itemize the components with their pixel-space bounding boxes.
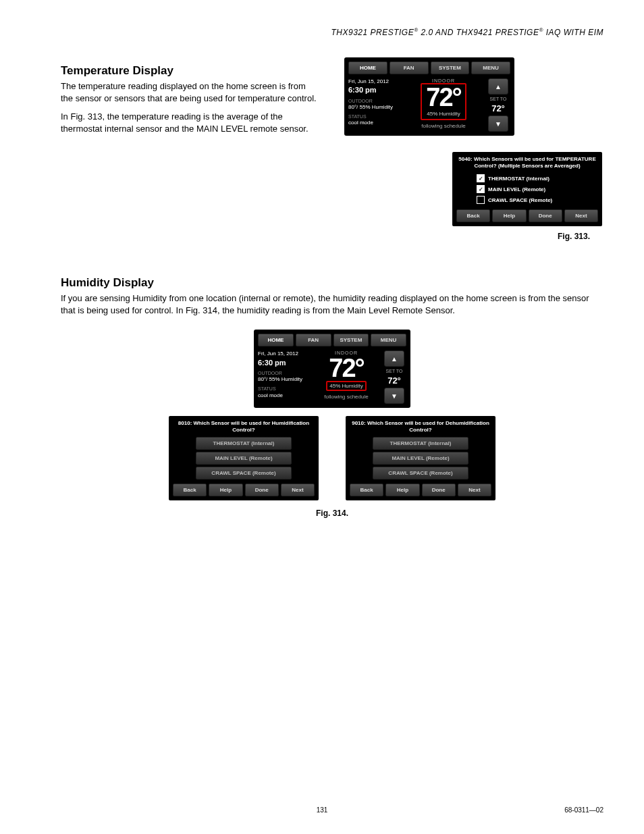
temp-down-button[interactable]: ▼	[488, 115, 508, 132]
indoor-temperature: 72°	[313, 357, 379, 380]
back-button[interactable]: Back	[350, 484, 383, 496]
page-header: THX9321 PRESTIGE® 2.0 AND THX9421 PRESTI…	[61, 27, 603, 37]
sensor-selection-panel-5040: 5040: Which Sensors will be used for TEM…	[452, 152, 602, 226]
date-text: Fri, Jun 15, 2012	[258, 350, 311, 357]
option-main-level[interactable]: MAIN LEVEL (Remote)	[196, 452, 292, 465]
help-button[interactable]: Help	[209, 484, 242, 496]
set-to-label: SET TO	[386, 369, 403, 373]
indoor-humidity: 45% Humidity	[425, 110, 462, 118]
done-button[interactable]: Done	[422, 484, 456, 496]
schedule-text: following schedule	[313, 394, 379, 400]
option-crawl-space[interactable]: CRAWL SPACE (Remote)	[196, 467, 292, 479]
status-value: cool mode	[348, 120, 401, 126]
temp-up-button[interactable]: ▲	[488, 78, 508, 95]
figure-314-caption: Fig. 314.	[61, 509, 603, 518]
indoor-humidity-highlighted: 45% Humidity	[326, 381, 366, 391]
tab-fan[interactable]: FAN	[296, 334, 331, 346]
next-button[interactable]: Next	[458, 484, 491, 496]
outdoor-value: 80°/ 55% Humidity	[258, 376, 311, 383]
time-text: 6:30 pm	[348, 85, 401, 95]
back-button[interactable]: Back	[456, 209, 490, 222]
tab-home[interactable]: HOME	[258, 334, 294, 346]
indoor-temperature: 72°	[425, 86, 462, 109]
dehumidification-sensor-panel-9010: 9010: Which Sensor will be used for Dehu…	[346, 416, 495, 500]
date-text: Fri, Jun 15, 2012	[348, 78, 401, 85]
sensor-option-thermostat[interactable]: ✓ THERMOSTAT (Internal)	[477, 174, 598, 182]
tab-menu[interactable]: MENU	[471, 61, 510, 74]
panel-question: 8010: Which Sensor will be used for Humi…	[173, 420, 315, 433]
document-id: 68-0311—02	[564, 806, 603, 814]
temperature-paragraph-1: The temperature reading displayed on the…	[61, 80, 317, 104]
option-thermostat[interactable]: THERMOSTAT (Internal)	[373, 437, 468, 450]
outdoor-label: OUTDOOR	[348, 98, 401, 104]
tab-system[interactable]: SYSTEM	[333, 334, 369, 346]
temp-up-button[interactable]: ▲	[384, 350, 404, 367]
sensor-option-crawl-space[interactable]: CRAWL SPACE (Remote)	[477, 196, 598, 204]
checkbox-checked-icon: ✓	[477, 174, 485, 182]
tab-menu[interactable]: MENU	[371, 334, 406, 346]
done-button[interactable]: Done	[529, 209, 562, 222]
page-footer: 131 68-0311—02	[0, 806, 644, 814]
help-button[interactable]: Help	[492, 209, 526, 222]
time-text: 6:30 pm	[258, 358, 311, 367]
status-label: STATUS	[258, 386, 311, 392]
set-to-value: 72°	[387, 375, 401, 386]
option-main-level[interactable]: MAIN LEVEL (Remote)	[373, 452, 468, 465]
help-button[interactable]: Help	[385, 484, 419, 496]
schedule-text: following schedule	[404, 123, 483, 129]
checkbox-checked-icon: ✓	[477, 185, 485, 193]
status-label: STATUS	[348, 113, 401, 120]
section-title-temperature: Temperature Display	[61, 64, 331, 78]
sensor-question: 5040: Which Sensors will be used for TEM…	[456, 156, 598, 169]
tab-system[interactable]: SYSTEM	[431, 61, 470, 74]
done-button[interactable]: Done	[245, 484, 279, 496]
next-button[interactable]: Next	[564, 209, 598, 222]
page-number: 131	[317, 806, 328, 814]
outdoor-label: OUTDOOR	[258, 370, 311, 376]
tab-home[interactable]: HOME	[348, 61, 387, 74]
humidity-paragraph: If you are sensing Humidity from one loc…	[61, 292, 601, 316]
next-button[interactable]: Next	[281, 484, 315, 496]
panel-question: 9010: Which Sensor will be used for Dehu…	[350, 420, 491, 433]
temperature-paragraph-2: In Fig. 313, the temperature reading is …	[61, 111, 317, 134]
figure-313-caption: Fig. 313.	[533, 232, 614, 241]
outdoor-value: 80°/ 55% Humidity	[348, 104, 401, 111]
set-to-value: 72°	[491, 103, 505, 113]
thermostat-home-screen-314: HOME FAN SYSTEM MENU Fri, Jun 15, 2012 6…	[254, 330, 410, 408]
thermostat-home-screen-313: HOME FAN SYSTEM MENU Fri, Jun 15, 2012 6…	[344, 57, 514, 136]
checkbox-empty-icon	[477, 196, 485, 204]
tab-fan[interactable]: FAN	[390, 61, 429, 74]
section-title-humidity: Humidity Display	[61, 276, 603, 290]
option-crawl-space[interactable]: CRAWL SPACE (Remote)	[373, 467, 468, 479]
set-to-label: SET TO	[490, 97, 507, 101]
sensor-option-main-level[interactable]: ✓ MAIN LEVEL (Remote)	[477, 185, 598, 193]
back-button[interactable]: Back	[173, 484, 207, 496]
humidification-sensor-panel-8010: 8010: Which Sensor will be used for Humi…	[169, 416, 319, 500]
option-thermostat[interactable]: THERMOSTAT (Internal)	[196, 437, 292, 450]
status-value: cool mode	[258, 392, 311, 399]
indoor-label: INDOOR	[404, 78, 483, 83]
temp-down-button[interactable]: ▼	[384, 388, 404, 404]
